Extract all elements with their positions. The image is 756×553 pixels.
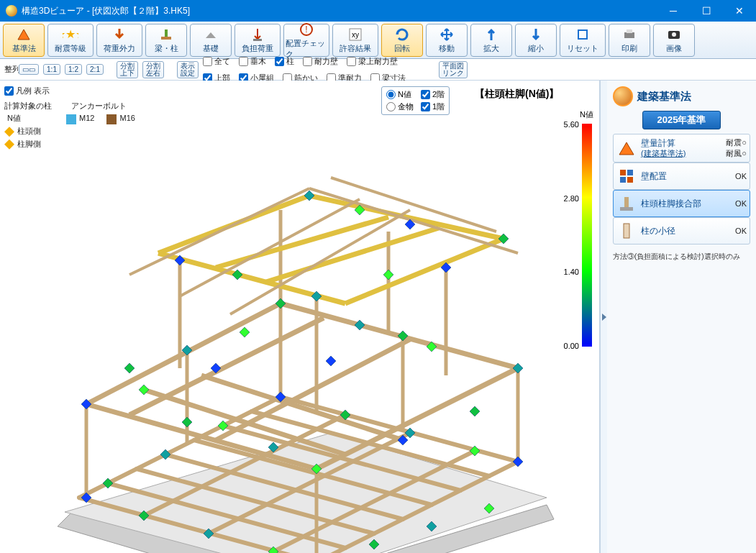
- view-title: 【柱頭柱脚(N値)】: [475, 88, 559, 101]
- legend-title-2: アンカーボルト: [71, 101, 127, 110]
- chutougawa-icon: [4, 127, 14, 137]
- svg-rect-101: [627, 177, 633, 183]
- split-vertical[interactable]: 分割 上下: [117, 61, 138, 78]
- toolbtn-kyoyoukekka[interactable]: xy許容結果: [332, 24, 378, 57]
- legend-box: 凡例 表示 計算対象の柱 アンカーボルト N値 M12 M16 柱頭側 柱脚側: [4, 85, 135, 150]
- kaiten-icon: [394, 27, 410, 42]
- chukyakugawa-icon: [4, 140, 14, 150]
- gazou-icon: [666, 27, 682, 42]
- sideitem-hekiryou[interactable]: 壁量計算(建築基準法)耐震○ 耐風○: [613, 134, 750, 163]
- panel-collapse-grip[interactable]: [600, 81, 607, 553]
- chutougawa-label: 柱頭側: [17, 127, 41, 135]
- minimize-button[interactable]: ─: [657, 0, 690, 22]
- ratio-1-1[interactable]: 1:1: [43, 64, 60, 75]
- tile-button[interactable]: ▭▭: [19, 64, 39, 75]
- gradient-val-0: 5.60: [564, 120, 579, 129]
- sideitem-chutou[interactable]: 柱頭柱脚接合部OK: [613, 190, 750, 217]
- side-title: 建築基準法: [637, 90, 691, 104]
- toolbtn-gazou[interactable]: 画像: [653, 24, 695, 57]
- svg-marker-75: [182, 417, 192, 427]
- haichichekku-icon: !: [299, 22, 314, 37]
- toolbtn-haichichekku[interactable]: !配置チェック: [283, 24, 329, 57]
- risetto-icon: [575, 27, 591, 42]
- m12-label: M12: [79, 114, 94, 122]
- shukushou-icon: [528, 27, 544, 42]
- sideitem-shoukei[interactable]: 柱の小径OK: [613, 217, 750, 244]
- color-gradient-bar: [582, 124, 592, 347]
- toolbtn-taishintokyu[interactable]: ★★★耐震等級: [47, 24, 94, 57]
- check-柱[interactable]: 柱: [275, 56, 294, 67]
- display-filter-panel: N値 金物 2階 1階: [381, 86, 450, 115]
- svg-rect-105: [620, 207, 633, 211]
- split-horizontal[interactable]: 分割 左右: [142, 61, 164, 78]
- taishintokyu-icon: ★★★: [63, 27, 78, 42]
- check-垂木[interactable]: 垂木: [239, 56, 266, 67]
- toolbtn-kakudai[interactable]: 拡大: [470, 24, 512, 57]
- check-全て[interactable]: 全て: [203, 56, 230, 67]
- svg-rect-10: [627, 29, 632, 33]
- legend-visible-checkbox[interactable]: 凡例 表示: [4, 85, 50, 98]
- kakudai-icon: [483, 27, 499, 42]
- kabehaichi-icon: [616, 166, 637, 186]
- futankajuu-icon: [250, 27, 265, 42]
- svg-text:!: !: [305, 24, 307, 35]
- floor2-checkbox[interactable]: 2階: [421, 89, 445, 100]
- close-button[interactable]: ✕: [723, 0, 756, 22]
- nvalue-radio[interactable]: N値: [386, 89, 414, 100]
- chukyakugawa-label: 柱脚側: [17, 140, 41, 148]
- toolbtn-kiso[interactable]: 基礎: [190, 24, 232, 57]
- plan-link[interactable]: 平面図 リンク: [439, 61, 468, 78]
- toolbtn-shukushou[interactable]: 縮小: [515, 24, 557, 57]
- m16-swatch: [106, 114, 117, 124]
- toolbtn-idou[interactable]: 移動: [426, 24, 468, 57]
- gradient-labels: 5.60 2.80 1.40 0.00: [564, 120, 579, 350]
- gradient-val-2: 1.40: [564, 268, 579, 276]
- svg-rect-103: [620, 177, 626, 183]
- legend-sub-1: N値: [7, 114, 21, 122]
- ratio-2-1[interactable]: 2:1: [86, 64, 104, 75]
- toolbtn-futankajuu[interactable]: 負担荷重: [234, 24, 281, 57]
- chutou-icon: [616, 193, 637, 214]
- window-buttons: ─ ☐ ✕: [657, 0, 756, 22]
- shoukei-icon: [616, 221, 637, 241]
- 3d-viewport[interactable]: 凡例 表示 計算対象の柱 アンカーボルト N値 M12 M16 柱頭側 柱脚側 …: [0, 81, 600, 553]
- titlebar: 構造3Dビューア - [伏図次郎【２階】3.HK5] ─ ☐ ✕: [0, 0, 756, 22]
- haribasira-icon: [158, 27, 174, 42]
- display-settings[interactable]: 表示 設定: [177, 61, 199, 78]
- svg-rect-3: [253, 39, 262, 41]
- window-title: 構造3Dビューア - [伏図次郎【２階】3.HK5]: [22, 5, 657, 17]
- toolbtn-risetto[interactable]: リセット: [560, 24, 606, 57]
- svg-point-12: [672, 32, 676, 37]
- svg-rect-102: [627, 170, 633, 175]
- toolbtn-haribasira[interactable]: 梁・柱: [145, 24, 187, 57]
- toolbtn-kajugairyoku[interactable]: 荷重外力: [96, 24, 142, 57]
- svg-marker-79: [470, 406, 480, 416]
- ratio-1-2[interactable]: 1:2: [65, 64, 82, 75]
- check-耐力壁[interactable]: 耐力壁: [303, 56, 338, 67]
- kiso-icon: [203, 27, 219, 42]
- maximize-button[interactable]: ☐: [690, 0, 723, 22]
- insatsu-icon: [621, 27, 637, 42]
- toolbtn-insatsu[interactable]: 印刷: [609, 24, 650, 57]
- year-standard-button[interactable]: 2025年基準: [642, 111, 721, 129]
- gradient-val-1: 2.80: [564, 194, 579, 203]
- svg-rect-100: [620, 170, 626, 175]
- hardware-radio[interactable]: 金物: [386, 101, 414, 112]
- structure-3d-render: [0, 81, 600, 553]
- floor1-checkbox[interactable]: 1階: [421, 101, 445, 112]
- svg-text:★★★: ★★★: [63, 28, 78, 40]
- kajugairyoku-icon: [111, 27, 127, 42]
- gradient-val-3: 0.00: [564, 342, 579, 350]
- side-note: 方法③(負担面積による検討)選択時のみ: [613, 252, 750, 262]
- svg-text:xy: xy: [352, 31, 359, 39]
- check-梁上耐力壁[interactable]: 梁上耐力壁: [347, 56, 398, 67]
- toolbtn-kijunhou[interactable]: 基準法: [3, 24, 45, 57]
- house-icon: [613, 86, 633, 106]
- m16-label: M16: [119, 114, 135, 122]
- idou-icon: [439, 27, 455, 42]
- svg-marker-98: [326, 356, 336, 366]
- toolbtn-kaiten[interactable]: 回転: [381, 24, 423, 57]
- svg-rect-2: [165, 29, 168, 37]
- svg-rect-1: [161, 37, 171, 40]
- sideitem-kabehaichi[interactable]: 壁配置OK: [613, 163, 750, 190]
